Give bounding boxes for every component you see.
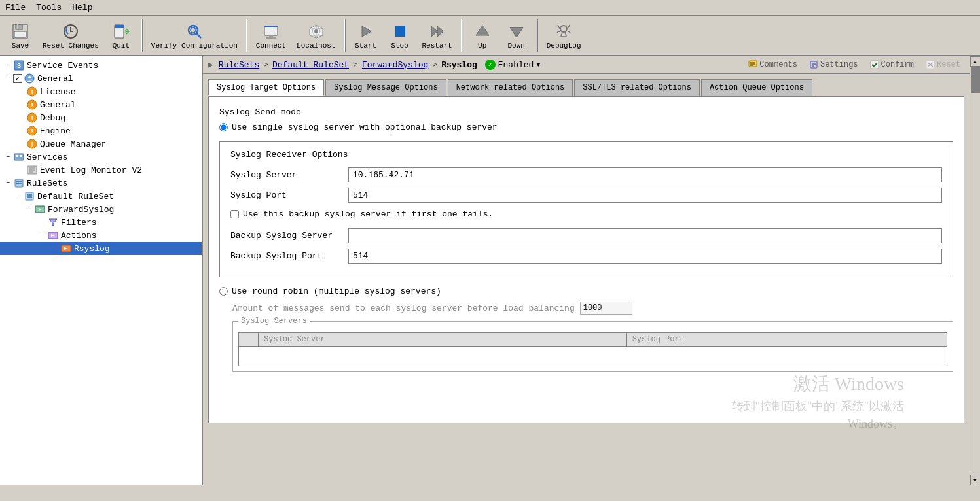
tree-item-forward-syslog[interactable]: − ForwardSyslog bbox=[0, 203, 202, 216]
save-label: Save bbox=[12, 42, 29, 50]
start-button[interactable]: Start bbox=[350, 18, 382, 52]
general-checkbox[interactable]: ✓ bbox=[13, 74, 22, 83]
svg-marker-22 bbox=[510, 27, 523, 37]
expand-general[interactable]: − bbox=[3, 75, 13, 82]
svg-rect-2 bbox=[17, 24, 18, 29]
tree-item-actions[interactable]: − Actions bbox=[0, 229, 202, 242]
forward-syslog-icon bbox=[34, 203, 46, 215]
backup-server-input[interactable] bbox=[348, 228, 942, 243]
backup-checkbox-label[interactable]: Use this backup syslog server if first o… bbox=[230, 209, 942, 219]
scroll-down-button[interactable]: ▼ bbox=[970, 475, 981, 485]
breadcrumb-forward-syslog[interactable]: ForwardSyslog bbox=[362, 60, 428, 70]
syslog-port-input[interactable] bbox=[348, 188, 942, 203]
svg-text:!: ! bbox=[30, 141, 35, 148]
backup-checkbox-input[interactable] bbox=[230, 210, 239, 218]
svg-rect-1 bbox=[16, 24, 22, 29]
queue-manager-icon: ! bbox=[26, 138, 38, 150]
radio-single-input[interactable] bbox=[219, 123, 228, 131]
menu-tools[interactable]: Tools bbox=[31, 1, 67, 14]
confirm-button[interactable]: Confirm bbox=[866, 59, 918, 71]
tree-item-general2[interactable]: ! General bbox=[0, 98, 202, 111]
localhost-button[interactable]: Localhost bbox=[292, 18, 340, 52]
tab-network[interactable]: Network related Options bbox=[448, 79, 573, 96]
round-robin-messages-row: Amount of messages send to each syslog s… bbox=[232, 302, 953, 315]
table-col-checkbox bbox=[239, 333, 259, 347]
tree-item-engine[interactable]: ! Engine bbox=[0, 124, 202, 137]
expand-default-ruleset[interactable]: − bbox=[13, 193, 24, 200]
tab-syslog-target[interactable]: Syslog Target Options bbox=[208, 79, 324, 96]
tab-action-queue[interactable]: Action Queue Options bbox=[701, 79, 812, 96]
radio-single-label[interactable]: Use single syslog server with optional b… bbox=[219, 122, 953, 132]
receiver-options-box: Syslog Receiver Options Syslog Server Sy… bbox=[219, 141, 953, 277]
tab-content: Syslog Send mode Use single syslog serve… bbox=[208, 96, 964, 423]
restart-button[interactable]: Restart bbox=[418, 18, 457, 52]
tree-item-default-ruleset[interactable]: − Default RuleSet bbox=[0, 190, 202, 203]
reset-button[interactable]: Reset bbox=[922, 59, 964, 71]
stop-button[interactable]: Stop bbox=[384, 18, 416, 52]
quit-icon bbox=[111, 21, 132, 42]
toolbar: Save Reset Changes Quit Verify Configura… bbox=[0, 16, 980, 56]
radio-roundrobin-label[interactable]: Use round robin (multiple syslog servers… bbox=[219, 286, 953, 296]
status-dropdown-arrow[interactable]: ▼ bbox=[536, 61, 540, 69]
receiver-section-title: Syslog Receiver Options bbox=[230, 150, 942, 160]
menu-help[interactable]: Help bbox=[67, 1, 98, 14]
radio-roundrobin-input[interactable] bbox=[219, 287, 228, 296]
breadcrumb-sep-pre: ▶ bbox=[208, 60, 213, 70]
localhost-icon bbox=[306, 21, 327, 42]
tree-item-event-log-monitor[interactable]: Event Log Monitor V2 bbox=[0, 164, 202, 177]
tree-item-rulesets[interactable]: − RuleSets bbox=[0, 177, 202, 190]
save-button[interactable]: Save bbox=[4, 18, 37, 52]
breadcrumb-rulesets[interactable]: RuleSets bbox=[219, 60, 259, 70]
debuglog-button[interactable]: DebugLog bbox=[542, 18, 586, 52]
backup-port-input[interactable] bbox=[348, 249, 942, 264]
up-button[interactable]: Up bbox=[466, 18, 499, 52]
tree-item-debug[interactable]: ! Debug bbox=[0, 111, 202, 124]
quit-button[interactable]: Quit bbox=[105, 18, 137, 52]
backup-server-input-wrapper bbox=[348, 228, 942, 243]
tree-item-filters[interactable]: Filters bbox=[0, 216, 202, 229]
tab-syslog-message[interactable]: Syslog Message Options bbox=[325, 79, 446, 96]
tree-item-rsyslog[interactable]: Rsyslog bbox=[0, 242, 202, 255]
expand-services[interactable]: − bbox=[3, 154, 13, 161]
connect-icon bbox=[261, 21, 281, 42]
backup-checkbox-text: Use this backup syslog server if first o… bbox=[243, 209, 493, 219]
syslog-server-row: Syslog Server bbox=[230, 167, 942, 182]
tab-ssl-tls[interactable]: SSL/TLS related Options bbox=[574, 79, 700, 96]
expand-actions[interactable]: − bbox=[37, 232, 47, 239]
tree-item-label: RuleSets bbox=[27, 179, 67, 188]
reset-changes-button[interactable]: Reset Changes bbox=[38, 18, 103, 52]
scroll-up-button[interactable]: ▲ bbox=[970, 56, 981, 67]
tree-item-general[interactable]: − ✓ General bbox=[0, 72, 202, 85]
svg-marker-20 bbox=[437, 26, 443, 37]
tree-item-label: General bbox=[37, 74, 73, 84]
syslog-server-input[interactable] bbox=[348, 167, 942, 182]
tree-item-services[interactable]: − Services bbox=[0, 150, 202, 164]
svg-point-16 bbox=[314, 29, 318, 33]
comments-button[interactable]: Comments bbox=[744, 59, 801, 71]
table-col-server: Syslog Server bbox=[259, 333, 627, 347]
tree-item-license[interactable]: ! License bbox=[0, 85, 202, 98]
expand-filters bbox=[37, 219, 47, 226]
verify-button[interactable]: Verify Configuration bbox=[147, 18, 242, 52]
scroll-track bbox=[970, 67, 981, 475]
round-robin-input[interactable] bbox=[580, 302, 632, 315]
syslog-servers-table: Syslog Server Syslog Port bbox=[238, 332, 947, 366]
svg-rect-12 bbox=[264, 26, 278, 35]
tree-item-queue-manager[interactable]: ! Queue Manager bbox=[0, 137, 202, 150]
connect-button[interactable]: Connect bbox=[251, 18, 291, 52]
watermark: 激活 Windows 转到"控制面板"中的"系统"以激活 Windows。 bbox=[732, 370, 904, 433]
scrollbar[interactable]: ▲ ▼ bbox=[970, 56, 980, 485]
down-button[interactable]: Down bbox=[500, 18, 533, 52]
comments-icon bbox=[748, 60, 757, 69]
expand-service-events[interactable]: − bbox=[3, 62, 13, 69]
expand-rulesets[interactable]: − bbox=[3, 180, 13, 187]
scroll-thumb[interactable] bbox=[971, 67, 980, 93]
expand-forward-syslog[interactable]: − bbox=[24, 206, 34, 213]
settings-button[interactable]: Settings bbox=[805, 59, 862, 71]
menu-file[interactable]: File bbox=[0, 1, 31, 14]
confirm-icon bbox=[870, 60, 879, 69]
toolbar-separator-5 bbox=[537, 19, 538, 52]
breadcrumb-default-ruleset[interactable]: Default RuleSet bbox=[272, 60, 349, 70]
tree-item-service-events[interactable]: − S Service Events bbox=[0, 59, 202, 72]
backup-port-label: Backup Syslog Port bbox=[230, 251, 348, 261]
